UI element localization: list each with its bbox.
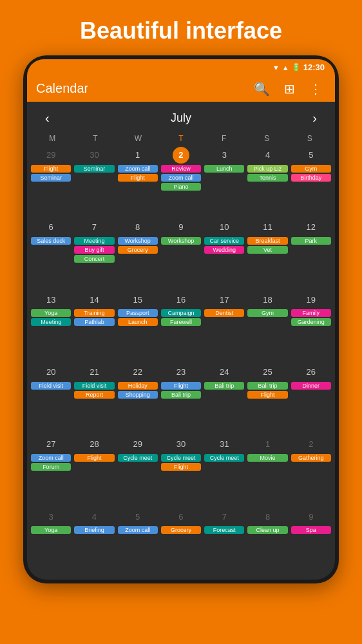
day-cell[interactable]: 7Forecast <box>203 507 245 579</box>
event-chip[interactable]: Launch <box>118 318 158 326</box>
day-cell[interactable]: 12Park <box>290 218 332 290</box>
event-chip[interactable]: Park <box>291 237 331 245</box>
event-chip[interactable]: Concert <box>74 255 114 263</box>
event-chip[interactable]: Flight <box>161 463 201 471</box>
day-cell[interactable]: 2ReviewZoom callPiano <box>160 146 202 218</box>
event-chip[interactable]: Dinner <box>291 382 331 390</box>
event-chip[interactable]: Forecast <box>204 526 244 534</box>
day-cell[interactable]: 29FlightSeminar <box>30 146 72 218</box>
day-cell[interactable]: 6Sales deck <box>30 218 72 290</box>
day-cell[interactable]: 28Flight <box>73 435 115 507</box>
day-cell[interactable]: 17Dentist <box>203 290 245 362</box>
day-cell[interactable]: 3Yoga <box>30 507 72 579</box>
day-cell[interactable]: 4Pick up LizTennis <box>246 146 289 218</box>
day-cell[interactable]: 4Briefing <box>73 507 115 579</box>
event-chip[interactable]: Sales deck <box>31 237 71 245</box>
day-cell[interactable]: 3Lunch <box>203 146 245 218</box>
event-chip[interactable]: Car service <box>204 237 244 245</box>
event-chip[interactable]: Lunch <box>204 165 244 173</box>
event-chip[interactable]: Workshop <box>161 237 201 245</box>
event-chip[interactable]: Zoom call <box>161 174 201 182</box>
day-cell[interactable]: 10Car serviceWedding <box>203 218 245 290</box>
event-chip[interactable]: Breakfast <box>247 237 287 245</box>
event-chip[interactable]: Cycle meet <box>118 454 158 462</box>
event-chip[interactable]: Tennis <box>247 174 287 182</box>
event-chip[interactable]: Workshop <box>118 237 158 245</box>
day-cell[interactable]: 30Cycle meetFlight <box>160 435 202 507</box>
event-chip[interactable]: Clean up <box>247 526 287 534</box>
search-icon[interactable]: 🔍 <box>250 80 274 98</box>
event-chip[interactable]: Meeting <box>31 318 71 326</box>
event-chip[interactable]: Campaign <box>161 309 201 317</box>
day-cell[interactable]: 24Bali trip <box>203 363 245 435</box>
event-chip[interactable]: Briefing <box>74 526 114 534</box>
day-cell[interactable]: 5GymBirthday <box>290 146 332 218</box>
event-chip[interactable]: Yoga <box>31 309 71 317</box>
day-cell[interactable]: 16CampaignFarewell <box>160 290 202 362</box>
day-cell[interactable]: 21Field visitReport <box>73 363 115 435</box>
event-chip[interactable]: Field visit <box>74 382 114 390</box>
event-chip[interactable]: Flight <box>118 174 158 182</box>
prev-month-button[interactable]: ‹ <box>40 108 55 128</box>
event-chip[interactable]: Gym <box>247 309 287 317</box>
day-cell[interactable]: 19FamilyGardening <box>290 290 332 362</box>
event-chip[interactable]: Shopping <box>118 391 158 399</box>
day-cell[interactable]: 23FlightBali trip <box>160 363 202 435</box>
event-chip[interactable]: Forum <box>31 463 71 471</box>
day-cell[interactable]: 14TrainingPathlab <box>73 290 115 362</box>
day-cell[interactable]: 1Movie <box>246 435 289 507</box>
event-chip[interactable]: Bali trip <box>161 391 201 399</box>
event-chip[interactable]: Vet <box>247 246 287 254</box>
day-cell[interactable]: 31Cycle meet <box>203 435 245 507</box>
event-chip[interactable]: Flight <box>247 391 287 399</box>
day-cell[interactable]: 11BreakfastVet <box>246 218 289 290</box>
event-chip[interactable]: Yoga <box>31 526 71 534</box>
event-chip[interactable]: Holiday <box>118 382 158 390</box>
event-chip[interactable]: Seminar <box>74 165 114 173</box>
event-chip[interactable]: Pick up Liz <box>247 165 287 173</box>
day-cell[interactable]: 9Workshop <box>160 218 202 290</box>
event-chip[interactable]: Gym <box>291 165 331 173</box>
event-chip[interactable]: Cycle meet <box>204 454 244 462</box>
day-cell[interactable]: 25Bali tripFlight <box>246 363 289 435</box>
event-chip[interactable]: Grocery <box>118 246 158 254</box>
grid-icon[interactable]: ⊞ <box>280 80 299 98</box>
event-chip[interactable]: Zoom call <box>31 454 71 462</box>
event-chip[interactable]: Seminar <box>31 174 71 182</box>
event-chip[interactable]: Movie <box>247 454 287 462</box>
event-chip[interactable]: Zoom call <box>118 165 158 173</box>
day-cell[interactable]: 6Grocery <box>160 507 202 579</box>
day-cell[interactable]: 26Dinner <box>290 363 332 435</box>
event-chip[interactable]: Meeting <box>74 237 114 245</box>
event-chip[interactable]: Review <box>161 165 201 173</box>
day-cell[interactable]: 30Seminar <box>73 146 115 218</box>
event-chip[interactable]: Report <box>74 391 114 399</box>
event-chip[interactable]: Flight <box>31 165 71 173</box>
day-cell[interactable]: 27Zoom callForum <box>30 435 72 507</box>
event-chip[interactable]: Buy gift <box>74 246 114 254</box>
event-chip[interactable]: Grocery <box>161 526 201 534</box>
event-chip[interactable]: Piano <box>161 183 201 191</box>
event-chip[interactable]: Cycle meet <box>161 454 201 462</box>
day-cell[interactable]: 20Field visit <box>30 363 72 435</box>
event-chip[interactable]: Wedding <box>204 246 244 254</box>
event-chip[interactable]: Farewell <box>161 318 201 326</box>
event-chip[interactable]: Family <box>291 309 331 317</box>
event-chip[interactable]: Dentist <box>204 309 244 317</box>
next-month-button[interactable]: › <box>307 108 322 128</box>
event-chip[interactable]: Birthday <box>291 174 331 182</box>
event-chip[interactable]: Bali trip <box>247 382 287 390</box>
event-chip[interactable]: Flight <box>161 382 201 390</box>
event-chip[interactable]: Pathlab <box>74 318 114 326</box>
day-cell[interactable]: 18Gym <box>246 290 289 362</box>
day-cell[interactable]: 2Gathering <box>290 435 332 507</box>
event-chip[interactable]: Spa <box>291 526 331 534</box>
day-cell[interactable]: 29Cycle meet <box>117 435 159 507</box>
day-cell[interactable]: 1Zoom callFlight <box>117 146 159 218</box>
day-cell[interactable]: 15PassportLaunch <box>117 290 159 362</box>
day-cell[interactable]: 13YogaMeeting <box>30 290 72 362</box>
day-cell[interactable]: 5Zoom call <box>117 507 159 579</box>
day-cell[interactable]: 8WorkshopGrocery <box>117 218 159 290</box>
event-chip[interactable]: Passport <box>118 309 158 317</box>
day-cell[interactable]: 7MeetingBuy giftConcert <box>73 218 115 290</box>
